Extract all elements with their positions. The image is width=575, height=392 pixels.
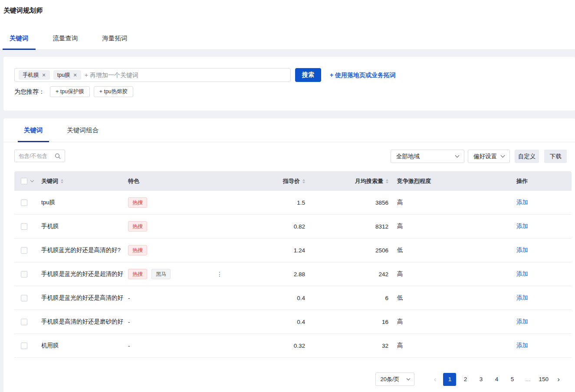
keyword-cell: 机用膜 <box>41 342 128 350</box>
app-header: 关键词规划师 <box>0 0 575 27</box>
add-keyword-link[interactable]: 添加 <box>516 318 528 325</box>
row-select-cell <box>14 343 41 349</box>
sort-icon[interactable] <box>302 179 305 183</box>
row-checkbox[interactable] <box>21 343 27 349</box>
header-price: 指导价 <box>283 177 305 185</box>
page-title: 关键词规划师 <box>3 7 43 15</box>
customize-button[interactable]: 自定义 <box>515 150 539 163</box>
page-number-button[interactable]: 3 <box>474 373 487 386</box>
landing-page-expand-link[interactable]: + 使用落地页或业务拓词 <box>330 68 396 82</box>
keyword-cell: 手机膜是蓝光的好还是高清的好 <box>41 294 128 302</box>
next-page-icon[interactable]: › <box>553 373 564 386</box>
main-tab[interactable]: 海量拓词 <box>95 27 135 49</box>
header-competition: 竞争激烈程度 <box>388 177 508 185</box>
filter-input-box[interactable] <box>14 150 65 162</box>
recommend-chip-label: + tpu热熔胶 <box>99 88 128 95</box>
row-checkbox[interactable] <box>21 247 27 254</box>
feature-badge: 热搜 <box>128 197 147 208</box>
row-select-cell <box>14 199 41 206</box>
page-number-label: 2 <box>464 376 467 382</box>
page-number-button[interactable]: … <box>521 373 534 386</box>
results-tab[interactable]: 关键词组合 <box>61 118 105 142</box>
table-row: 手机膜是蓝光的好还是高清的好 - 0.4 6 低 添加 <box>14 286 572 310</box>
download-button[interactable]: 下载 <box>544 150 567 163</box>
add-keyword-link[interactable]: 添加 <box>516 199 528 206</box>
keyword-tag-label: 手机膜 <box>23 72 39 79</box>
page-number-button[interactable]: 5 <box>506 373 519 386</box>
remove-tag-icon[interactable]: ✕ <box>73 72 77 78</box>
feature-badge: 热搜 <box>128 221 147 232</box>
keyword-tag: tpu膜 ✕ <box>53 70 81 80</box>
header-feature: 特色 <box>128 177 236 185</box>
volume-cell: 8312 <box>375 223 388 230</box>
page-number-button[interactable]: 4 <box>490 373 503 386</box>
filter-input[interactable] <box>19 153 53 159</box>
row-checkbox[interactable] <box>21 223 27 230</box>
row-select-cell <box>14 295 41 301</box>
action-cell: 添加 <box>508 222 572 230</box>
feature-empty-dash: - <box>128 343 130 349</box>
volume-cell: 2506 <box>375 247 388 254</box>
action-cell: 添加 <box>508 342 572 350</box>
feature-empty-dash: - <box>128 295 130 301</box>
feature-cell: 热搜 <box>128 191 236 214</box>
search-icon <box>55 153 61 159</box>
more-options-icon[interactable]: ⋮ <box>217 271 236 278</box>
competition-cell: 高 <box>388 342 508 350</box>
action-cell: 添加 <box>508 246 572 254</box>
region-select[interactable]: 全部地域 <box>391 150 464 163</box>
select-all-checkbox[interactable] <box>21 178 27 184</box>
action-cell: 添加 <box>508 199 572 206</box>
price-cell: 0.4 <box>297 319 305 325</box>
price-cell: 0.32 <box>294 343 305 349</box>
select-all-chevron-icon[interactable] <box>30 179 34 182</box>
feature-badge-label: 热搜 <box>132 199 143 206</box>
page-number-button[interactable]: 1 <box>443 373 456 386</box>
table-row: 手机膜蓝光的好还是高清的好? 热搜 1.24 2506 低 添加 <box>14 238 572 262</box>
main-tab-label: 流量查询 <box>53 34 78 42</box>
keyword-cell: 手机膜是蓝光的好还是超清的好 <box>41 270 128 278</box>
prev-page-icon[interactable]: ‹ <box>429 373 440 386</box>
search-button[interactable]: 搜索 <box>295 68 321 82</box>
preference-select[interactable]: 偏好设置 <box>468 150 510 163</box>
row-select-cell <box>14 319 41 325</box>
row-select-cell <box>14 247 41 254</box>
header-volume-label: 月均搜索量 <box>355 177 383 185</box>
keyword-cell: tpu膜 <box>41 199 128 206</box>
table-header-row: 关键词 特色 指导价 月均搜索量 竞争激烈程度 操作 <box>14 171 572 191</box>
row-checkbox[interactable] <box>21 319 27 325</box>
page-number-label: 150 <box>539 376 549 382</box>
table-row: 机用膜 - 0.32 32 高 添加 <box>14 334 572 358</box>
keyword-cell: 手机膜 <box>41 222 128 230</box>
recommend-chip[interactable]: + tpu热熔胶 <box>94 86 134 97</box>
sort-icon[interactable] <box>61 179 63 183</box>
main-tab-bar: 关键词 流量查询 海量拓词 <box>0 27 575 50</box>
keyword-input[interactable] <box>85 72 286 78</box>
row-checkbox[interactable] <box>21 199 27 206</box>
row-checkbox[interactable] <box>21 295 27 301</box>
page-size-select[interactable]: 20条/页 <box>375 372 414 386</box>
page-number-button[interactable]: 150 <box>537 373 550 386</box>
results-tab-label: 关键词组合 <box>67 126 99 134</box>
price-cell: 2.88 <box>294 271 305 278</box>
page-number-button[interactable]: 2 <box>459 373 472 386</box>
main-tab[interactable]: 流量查询 <box>46 27 85 49</box>
row-checkbox[interactable] <box>21 271 27 278</box>
remove-tag-icon[interactable]: ✕ <box>42 72 46 78</box>
results-tab[interactable]: 关键词 <box>18 118 49 142</box>
keyword-input-box[interactable]: 手机膜 ✕ tpu膜 ✕ <box>14 68 291 82</box>
feature-badge: 热搜 <box>128 245 147 255</box>
keyword-table: 关键词 特色 指导价 月均搜索量 竞争激烈程度 操作 tpu膜 <box>14 171 572 358</box>
region-select-value: 全部地域 <box>396 153 420 160</box>
add-keyword-link[interactable]: 添加 <box>516 223 528 229</box>
recommend-chip[interactable]: + tpu保护膜 <box>50 86 90 97</box>
feature-badge-label: 黑马 <box>156 271 166 278</box>
add-keyword-link[interactable]: 添加 <box>516 294 528 301</box>
feature-empty-dash: - <box>128 319 130 325</box>
add-keyword-link[interactable]: 添加 <box>516 247 528 253</box>
results-tab-label: 关键词 <box>24 126 43 134</box>
add-keyword-link[interactable]: 添加 <box>516 342 528 349</box>
chevron-down-icon <box>407 376 410 380</box>
main-tab[interactable]: 关键词 <box>3 27 36 49</box>
add-keyword-link[interactable]: 添加 <box>516 271 528 277</box>
